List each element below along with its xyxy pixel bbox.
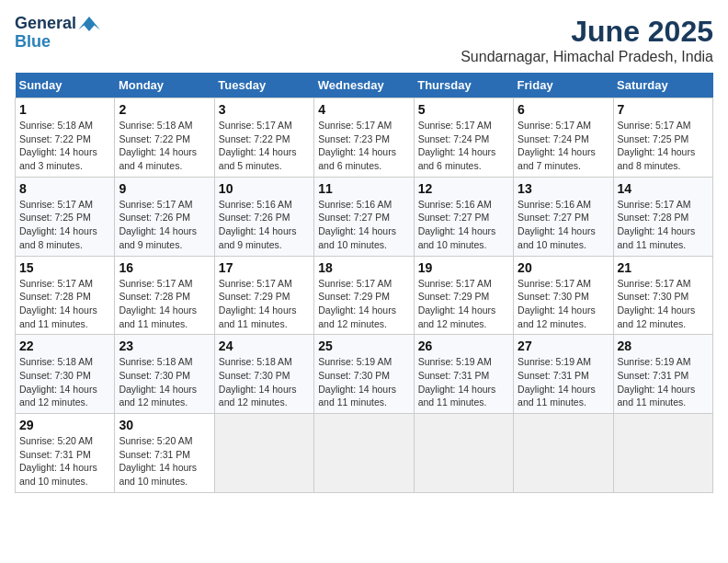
header-tuesday: Tuesday	[214, 73, 313, 98]
logo: General Blue	[15, 15, 102, 52]
header-saturday: Saturday	[613, 73, 712, 98]
table-row: 23Sunrise: 5:18 AMSunset: 7:30 PMDayligh…	[115, 335, 214, 414]
page-header: General Blue June 2025 Sundarnagar, Hima…	[15, 15, 713, 65]
empty-cell	[613, 414, 712, 493]
table-row: 7Sunrise: 5:17 AMSunset: 7:25 PMDaylight…	[613, 98, 712, 178]
empty-cell	[214, 414, 313, 493]
table-row: 6Sunrise: 5:17 AMSunset: 7:24 PMDaylight…	[514, 98, 613, 178]
table-row: 5Sunrise: 5:17 AMSunset: 7:24 PMDaylight…	[414, 98, 513, 178]
header-monday: Monday	[115, 73, 214, 98]
table-row: 15Sunrise: 5:17 AMSunset: 7:28 PMDayligh…	[16, 256, 115, 335]
table-row: 27Sunrise: 5:19 AMSunset: 7:31 PMDayligh…	[514, 335, 613, 414]
table-row: 3Sunrise: 5:17 AMSunset: 7:22 PMDaylight…	[214, 98, 313, 178]
table-row: 9Sunrise: 5:17 AMSunset: 7:26 PMDaylight…	[115, 177, 214, 256]
empty-cell	[514, 414, 613, 493]
table-row: 28Sunrise: 5:19 AMSunset: 7:31 PMDayligh…	[613, 335, 712, 414]
calendar-table: Sunday Monday Tuesday Wednesday Thursday…	[15, 73, 713, 493]
table-row: 12Sunrise: 5:16 AMSunset: 7:27 PMDayligh…	[414, 177, 513, 256]
empty-cell	[314, 414, 414, 493]
svg-marker-0	[78, 17, 100, 31]
table-row: 14Sunrise: 5:17 AMSunset: 7:28 PMDayligh…	[613, 177, 712, 256]
table-row: 1Sunrise: 5:18 AMSunset: 7:22 PMDaylight…	[16, 98, 115, 178]
logo-text-line1: General	[15, 15, 76, 33]
table-row: 2Sunrise: 5:18 AMSunset: 7:22 PMDaylight…	[115, 98, 214, 178]
location-title: Sundarnagar, Himachal Pradesh, India	[461, 49, 713, 65]
table-row: 10Sunrise: 5:16 AMSunset: 7:26 PMDayligh…	[214, 177, 313, 256]
month-title: June 2025	[461, 15, 713, 49]
table-row: 26Sunrise: 5:19 AMSunset: 7:31 PMDayligh…	[414, 335, 513, 414]
table-row: 8Sunrise: 5:17 AMSunset: 7:25 PMDaylight…	[16, 177, 115, 256]
table-row: 29Sunrise: 5:20 AMSunset: 7:31 PMDayligh…	[16, 414, 115, 493]
table-row: 24Sunrise: 5:18 AMSunset: 7:30 PMDayligh…	[214, 335, 313, 414]
empty-cell	[414, 414, 513, 493]
table-row: 4Sunrise: 5:17 AMSunset: 7:23 PMDaylight…	[314, 98, 414, 178]
table-row: 30Sunrise: 5:20 AMSunset: 7:31 PMDayligh…	[115, 414, 214, 493]
table-row: 19Sunrise: 5:17 AMSunset: 7:29 PMDayligh…	[414, 256, 513, 335]
header-sunday: Sunday	[16, 73, 115, 98]
table-row: 18Sunrise: 5:17 AMSunset: 7:29 PMDayligh…	[314, 256, 414, 335]
header-thursday: Thursday	[414, 73, 513, 98]
table-row: 17Sunrise: 5:17 AMSunset: 7:29 PMDayligh…	[214, 256, 313, 335]
header-friday: Friday	[514, 73, 613, 98]
title-area: June 2025 Sundarnagar, Himachal Pradesh,…	[461, 15, 713, 65]
table-row: 11Sunrise: 5:16 AMSunset: 7:27 PMDayligh…	[314, 177, 414, 256]
header-row: Sunday Monday Tuesday Wednesday Thursday…	[16, 73, 713, 98]
logo-icon	[78, 15, 100, 33]
table-row: 22Sunrise: 5:18 AMSunset: 7:30 PMDayligh…	[16, 335, 115, 414]
table-row: 13Sunrise: 5:16 AMSunset: 7:27 PMDayligh…	[514, 177, 613, 256]
table-row: 16Sunrise: 5:17 AMSunset: 7:28 PMDayligh…	[115, 256, 214, 335]
table-row: 25Sunrise: 5:19 AMSunset: 7:30 PMDayligh…	[314, 335, 414, 414]
table-row: 21Sunrise: 5:17 AMSunset: 7:30 PMDayligh…	[613, 256, 712, 335]
table-row: 20Sunrise: 5:17 AMSunset: 7:30 PMDayligh…	[514, 256, 613, 335]
header-wednesday: Wednesday	[314, 73, 414, 98]
logo-text-line2: Blue	[15, 32, 51, 51]
